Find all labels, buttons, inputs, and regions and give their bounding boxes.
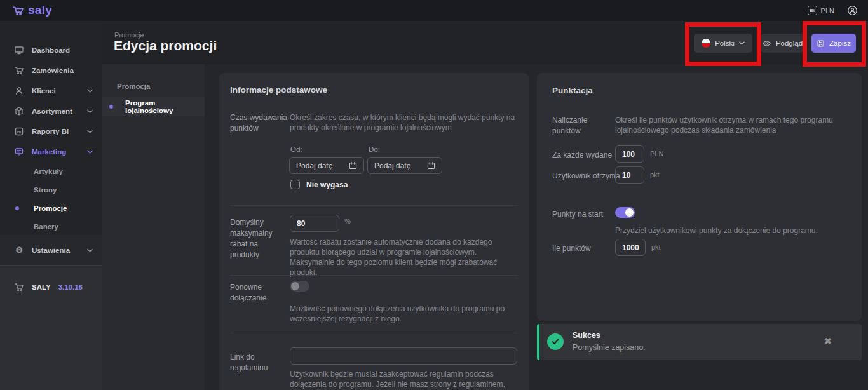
spend-label: Za każde wydane <box>552 150 612 161</box>
rejoin-toggle[interactable] <box>290 281 309 292</box>
sidebar-item-banery[interactable]: Banery <box>0 217 102 236</box>
spend-input[interactable]: 100 <box>615 145 644 163</box>
card-title: Punktacja <box>552 86 593 95</box>
terms-link-description: Użytkownik będzie musiał zaakceptować re… <box>290 369 516 390</box>
app-version: 3.10.16 <box>58 283 83 291</box>
divider <box>230 333 518 333</box>
accrual-description: Określ ile punktów użytkownik otrzyma w … <box>615 115 849 135</box>
chevron-down-icon <box>87 150 93 154</box>
sidebar-item-klienci[interactable]: Klienci <box>0 81 102 101</box>
chevron-down-icon <box>87 130 93 133</box>
sidebar-item-dashboard[interactable]: Dashboard <box>0 40 102 60</box>
receive-input[interactable]: 10 <box>615 166 644 184</box>
success-toast: Sukces Pomyślnie zapisano. ✖ <box>537 324 862 360</box>
terms-link-input[interactable] <box>290 347 517 365</box>
sidebar-item-promocje[interactable]: Promocje <box>0 199 102 217</box>
sidebar-item-ustawienia[interactable]: ⚙ Ustawienia <box>0 235 102 265</box>
points-count-input[interactable]: 1000 <box>615 239 646 256</box>
chevron-down-icon <box>739 41 745 45</box>
scoring-card: Punktacja Naliczanie punktów Określ ile … <box>537 73 862 321</box>
currency-icon: Bi <box>808 6 817 15</box>
rejoin-label: Ponowne dołączanie <box>230 282 294 304</box>
language-dropdown[interactable]: Polski <box>694 34 752 53</box>
save-icon <box>817 39 825 48</box>
sidebar-item-marketing[interactable]: Marketing <box>0 142 102 162</box>
sidebar-item-artykuly[interactable]: Artykuły <box>0 162 102 180</box>
subnav-item-promocja[interactable]: Promocja <box>102 77 205 96</box>
bi-icon: Bi <box>14 126 24 137</box>
divider <box>230 205 518 206</box>
no-expiry-label: Nie wygasa <box>306 180 348 189</box>
toast-title: Sukces <box>573 331 600 340</box>
gear-icon: ⚙ <box>14 245 24 255</box>
save-button[interactable]: Zapisz <box>811 34 856 53</box>
max-discount-unit: % <box>344 217 351 225</box>
saly-logo-cart-icon <box>11 4 25 16</box>
calendar-icon[interactable] <box>427 161 435 170</box>
sidebar-item-asortyment[interactable]: Asortyment <box>0 101 102 121</box>
success-check-icon <box>547 333 564 350</box>
page-title: Edycja promocji <box>114 38 217 53</box>
close-icon[interactable]: ✖ <box>824 336 832 346</box>
start-points-label: Punkty na start <box>552 209 603 220</box>
chevron-down-icon <box>87 109 93 113</box>
person-icon <box>14 86 24 96</box>
basic-info-card: Informacje podstawowe Czas wydawania pun… <box>219 73 529 390</box>
currency-label: PLN <box>821 7 834 15</box>
start-points-toggle[interactable] <box>615 207 635 218</box>
marketing-icon <box>14 147 24 157</box>
calendar-icon[interactable] <box>349 161 357 170</box>
no-expiry-checkbox[interactable] <box>290 180 300 189</box>
poland-flag-icon <box>702 39 710 48</box>
toast-message: Pomyślnie zapisano. <box>573 343 646 352</box>
terms-link-label: Link do regulaminu <box>230 352 294 373</box>
sidebar-item-strony[interactable]: Strony <box>0 180 102 199</box>
sidebar-item-zamowienia[interactable]: Zamówienia <box>0 60 102 81</box>
date-to-input[interactable]: Podaj datę <box>367 157 442 174</box>
receive-unit: pkt <box>650 171 660 178</box>
promotion-subnav: Promocja Program lojalnościowy <box>102 64 205 390</box>
spend-unit: PLN <box>650 150 663 158</box>
receive-label: Użytkownik otrzyma <box>552 171 620 182</box>
issue-time-description: Określ zakres czasu, w którym klienci bę… <box>290 112 516 133</box>
card-title: Informacje podstawowe <box>230 85 327 95</box>
cart-icon <box>14 282 24 292</box>
date-to-label: Do: <box>369 145 380 153</box>
sidebar-item-raporty-bi[interactable]: Bi Raporty BI <box>0 121 102 142</box>
package-icon <box>14 106 24 116</box>
saly-logo-text: saly <box>28 3 52 17</box>
eye-icon <box>762 40 771 47</box>
rejoin-description: Możliwość ponownego dołączenia użytkowni… <box>290 304 516 324</box>
app-name: SALY <box>32 283 51 291</box>
divider <box>230 275 518 276</box>
accrual-label: Naliczanie punktów <box>552 115 616 137</box>
points-count-label: Ile punktów <box>552 243 591 254</box>
svg-text:Bi: Bi <box>17 130 21 134</box>
sidebar: Dashboard Zamówienia Klienci <box>0 21 102 390</box>
subnav-item-program-lojalnosciowy[interactable]: Program lojalnościowy <box>102 97 205 116</box>
points-count-unit: pkt <box>651 243 661 251</box>
chevron-down-icon <box>87 248 93 252</box>
sidebar-footer: SALY 3.10.16 <box>0 265 102 390</box>
currency-selector[interactable]: Bi PLN <box>808 6 834 15</box>
date-from-input[interactable]: Podaj datę <box>289 157 364 174</box>
start-points-description: Przydziel użytkownikowi punkty za dołącz… <box>615 225 849 236</box>
issue-time-label: Czas wydawania punktów <box>230 112 288 134</box>
date-from-label: Od: <box>290 145 302 153</box>
topbar: saly Bi PLN <box>0 0 868 21</box>
saly-logo[interactable]: saly <box>11 3 52 17</box>
max-discount-input[interactable]: 80 <box>290 215 339 232</box>
max-discount-description: Wartość rabatu zostanie automatycznie do… <box>290 237 516 278</box>
preview-button[interactable]: Podgląd <box>761 34 804 53</box>
chevron-down-icon <box>87 89 93 93</box>
cart-icon <box>14 65 24 76</box>
account-icon[interactable] <box>847 5 858 16</box>
max-discount-label: Domyślny maksymalny rabat na produkty <box>230 217 288 260</box>
monitor-icon <box>14 45 24 55</box>
